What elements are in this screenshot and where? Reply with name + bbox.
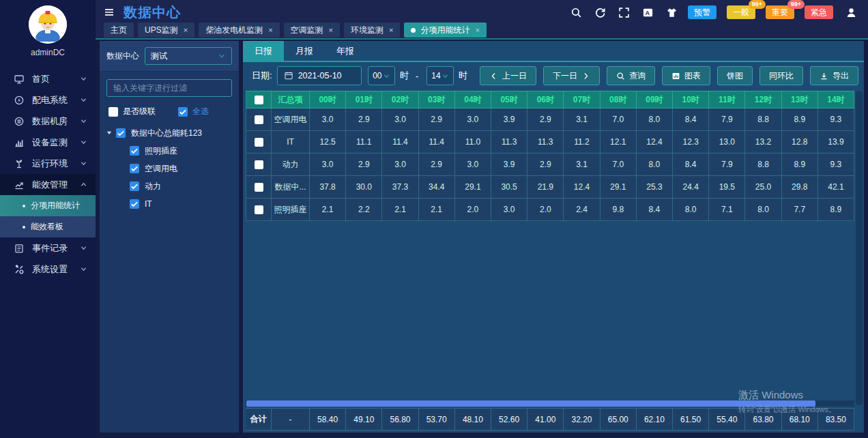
alarm-button-3[interactable]: 重要99+ xyxy=(766,5,794,19)
tree-search-input[interactable] xyxy=(106,79,232,97)
value-cell: 8.0 xyxy=(673,199,709,221)
row-checkbox[interactable] xyxy=(255,160,263,169)
toolbar-button-4[interactable]: 图表 xyxy=(662,66,710,85)
sidebar-subitem-energy-stats[interactable]: 分项用能统计 xyxy=(0,195,96,216)
sidebar-item-event-log[interactable]: 事件记录 xyxy=(0,237,96,259)
sidebar-item-energy-management[interactable]: 能效管理 xyxy=(0,174,96,195)
tree-node-checkbox[interactable] xyxy=(130,181,139,191)
header-tab[interactable]: 柴油发电机监测× xyxy=(199,23,279,38)
datacenter-select[interactable]: 测试 xyxy=(145,47,232,65)
select-all-label[interactable]: 全选 xyxy=(192,106,209,117)
row-checkbox[interactable] xyxy=(255,138,263,147)
horizontal-scrollbar-thumb[interactable] xyxy=(246,400,815,407)
energy-table: 汇总项00时01时02时03时04时05时06时07时08时09时10时11时1… xyxy=(246,91,854,221)
value-cell: 8.9 xyxy=(818,199,854,221)
tree-node[interactable]: 照明插座 xyxy=(105,142,233,160)
row-checkbox-cell xyxy=(246,199,272,221)
sidebar-subitem-energy-dashboard[interactable]: 能效看板 xyxy=(0,216,96,237)
footer-value-cell: 52.60 xyxy=(491,408,527,430)
fullscreen-icon[interactable] xyxy=(618,7,630,18)
row-checkbox[interactable] xyxy=(255,205,263,214)
sidebar-item-device-monitoring[interactable]: 设备监测 xyxy=(0,132,96,153)
hour-from-select[interactable]: 00 xyxy=(368,66,395,85)
close-icon[interactable]: × xyxy=(268,26,272,34)
select-all-checkbox[interactable] xyxy=(178,107,188,117)
header-tab[interactable]: UPS监测× xyxy=(138,23,194,38)
toolbar-button-label: 上一日 xyxy=(502,70,527,82)
header-tab[interactable]: 主页 xyxy=(104,23,134,38)
close-icon[interactable]: × xyxy=(389,26,393,34)
row-label-cell: 空调用电 xyxy=(272,108,310,131)
sidebar-item-home[interactable]: 首页 xyxy=(0,68,96,89)
report-tab-年报[interactable]: 年报 xyxy=(325,41,366,61)
tree-root-checkbox[interactable] xyxy=(116,128,126,138)
report-tab-日报[interactable]: 日报 xyxy=(243,41,284,61)
theme-icon[interactable] xyxy=(666,7,678,18)
hour-unit: 时 xyxy=(400,70,409,82)
header-tab-label: 环境监测 xyxy=(351,25,384,36)
header-cell: 07时 xyxy=(564,91,600,108)
close-icon[interactable]: × xyxy=(184,26,188,34)
sidebar-item-system-settings[interactable]: 系统设置 xyxy=(0,259,96,280)
avatar[interactable] xyxy=(29,5,67,44)
tree-node-checkbox[interactable] xyxy=(130,199,139,209)
sidebar-item-data-room[interactable]: 数据机房 xyxy=(0,111,96,132)
toolbar-button-2[interactable]: 下一日 xyxy=(543,66,600,85)
toolbar-button-3[interactable]: 查询 xyxy=(607,66,655,85)
value-cell: 19.5 xyxy=(709,176,745,199)
value-cell: 7.0 xyxy=(601,154,637,176)
toolbar-button-7[interactable]: 导出 xyxy=(810,66,858,85)
translate-icon[interactable]: A xyxy=(642,7,654,18)
close-icon[interactable]: × xyxy=(329,26,333,34)
value-cell: 8.8 xyxy=(745,154,781,176)
tree-node-checkbox[interactable] xyxy=(130,164,139,173)
value-cell: 2.9 xyxy=(346,154,382,176)
caret-down-icon[interactable] xyxy=(105,129,113,137)
toolbar-button-6[interactable]: 同环比 xyxy=(760,66,803,85)
value-cell: 2.9 xyxy=(346,108,382,131)
footer-value-cell: 32.20 xyxy=(564,408,600,430)
tree-node[interactable]: 动力 xyxy=(105,177,233,195)
sidebar-item-label: 数据机房 xyxy=(32,115,80,128)
sidebar-item-power-distribution[interactable]: 配电系统 xyxy=(0,89,96,111)
value-cell: 9.3 xyxy=(818,108,854,131)
header-tab-label: 分项用能统计 xyxy=(420,25,469,36)
horizontal-scrollbar xyxy=(246,400,854,407)
header-tab-bar: 主页UPS监测×柴油发电机监测×空调监测×环境监测×分项用能统计× xyxy=(96,22,868,38)
hour-to-select[interactable]: 14 xyxy=(426,66,454,85)
toolbar-button-5[interactable]: 饼图 xyxy=(717,66,753,85)
row-checkbox[interactable] xyxy=(255,115,263,124)
vertical-scrollbar[interactable] xyxy=(856,91,863,405)
tree-root-row[interactable]: 数据中心总能耗123 xyxy=(105,124,233,142)
toolbar-button-1[interactable]: 上一日 xyxy=(480,66,536,85)
cascade-checkbox[interactable] xyxy=(108,107,118,117)
sidebar-item-runtime-environment[interactable]: 运行环境 xyxy=(0,153,96,174)
value-cell: 8.9 xyxy=(782,108,818,131)
header-tab-label: 空调监测 xyxy=(291,25,323,36)
header-tab[interactable]: 空调监测× xyxy=(284,23,340,38)
date-picker[interactable]: 2021-05-10 xyxy=(277,66,362,85)
datacenter-select-row: 数据中心 测试 xyxy=(100,41,239,72)
header-tab[interactable]: 环境监测× xyxy=(344,23,400,38)
refresh-icon[interactable] xyxy=(594,7,606,18)
value-cell: 2.0 xyxy=(455,199,491,221)
value-cell: 2.9 xyxy=(419,154,455,176)
tree-node[interactable]: 空调用电 xyxy=(105,160,233,177)
close-icon[interactable]: × xyxy=(475,26,479,34)
hamburger-icon[interactable] xyxy=(104,7,115,18)
chevron-down-icon xyxy=(80,244,87,252)
alarm-button-4[interactable]: 紧急 xyxy=(805,5,833,19)
alarm-button-1[interactable]: 预警 xyxy=(688,5,717,19)
value-cell: 3.0 xyxy=(310,108,346,131)
select-all-rows-checkbox[interactable] xyxy=(255,96,263,104)
filter-panel: 数据中心 测试 是否级联 全选 数据中心总能耗123 照明插座空调用电动力IT xyxy=(100,41,239,433)
search-icon[interactable] xyxy=(570,7,582,18)
report-panel: 日报月报年报 日期: 2021-05-10 00 时 - 14 时 上一日下一日… xyxy=(243,41,864,433)
user-icon[interactable] xyxy=(845,7,857,18)
tree-node[interactable]: IT xyxy=(105,195,233,213)
alarm-button-2[interactable]: 一般99+ xyxy=(727,5,755,19)
report-tab-月报[interactable]: 月报 xyxy=(284,41,325,61)
tree-node-checkbox[interactable] xyxy=(130,146,139,156)
header-tab[interactable]: 分项用能统计× xyxy=(404,23,486,38)
row-checkbox[interactable] xyxy=(255,183,263,192)
